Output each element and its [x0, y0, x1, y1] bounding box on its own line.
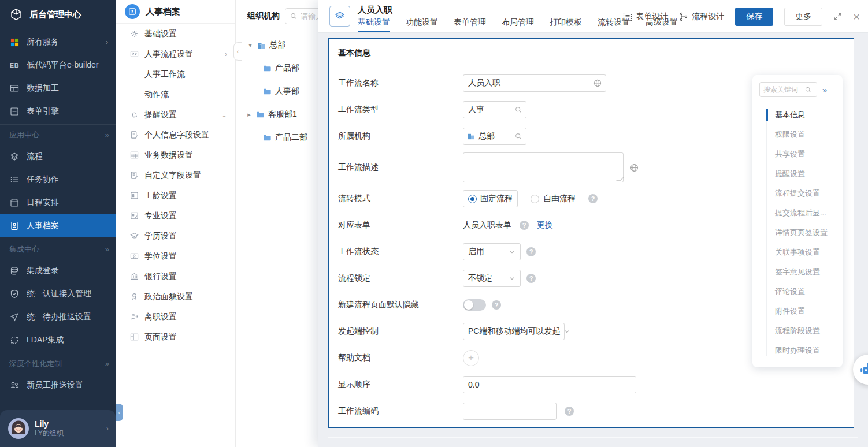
add-help-doc-button[interactable]: + [463, 350, 479, 366]
layout-icon [129, 333, 139, 342]
radio-fixed-flow[interactable]: 固定流程 [463, 190, 518, 207]
tab-function-settings[interactable]: 功能设置 [406, 17, 438, 32]
submenu-item-resignation[interactable]: 离职设置 [116, 307, 235, 327]
tree-node-hq[interactable]: ▾ 总部 [236, 33, 318, 57]
sidebar-item-sso-login[interactable]: 集成登录 [0, 259, 116, 282]
anchor-item-signature[interactable]: 签字意见设置 [759, 262, 843, 282]
field-row-workflow-code: 工作流编码 [338, 398, 844, 424]
org-panel-collapse-handle[interactable]: ‹ [233, 42, 242, 61]
more-button[interactable]: 更多 [784, 8, 822, 26]
app-logo-row[interactable]: 后台管理中心 [0, 0, 116, 27]
help-icon[interactable] [565, 407, 574, 416]
tree-node-product-dept[interactable]: 产品部 [236, 57, 318, 80]
submenu-item-education[interactable]: 学历设置 [116, 226, 235, 246]
anchor-item-detail-tabs[interactable]: 详情页页签设置 [759, 223, 843, 243]
workflow-code-input[interactable] [463, 403, 557, 420]
caret-down-icon[interactable]: ▾ [247, 42, 254, 49]
tree-node-service-dept[interactable]: ▸ 客服部1 [236, 103, 318, 126]
workflow-desc-textarea[interactable] [463, 152, 624, 182]
main-sidebar: 后台管理中心 所有服务 › EB 低代码平台e-builder 数据加工 表单引… [0, 0, 116, 447]
caret-right-icon[interactable]: ▸ [246, 111, 253, 118]
submenu-item-custom-fields[interactable]: 自定义字段设置 [116, 165, 235, 185]
sidebar-item-hr-archive[interactable]: 人事档案 [0, 214, 116, 237]
sidebar-section-deep-customization[interactable]: 深度个性化定制 » [0, 353, 116, 374]
sidebar-item-newhire-push[interactable]: 新员工推送设置 [0, 374, 116, 397]
help-icon[interactable] [526, 274, 536, 283]
sidebar-item-workflow[interactable]: 流程 [0, 145, 116, 168]
sidebar-section-app-center[interactable]: 应用中心 » [0, 124, 116, 145]
anchor-item-share[interactable]: 共享设置 [759, 144, 843, 164]
submenu-item-reminder-settings[interactable]: 提醒设置 ⌄ [116, 105, 235, 125]
double-chevron-right-icon: » [105, 359, 108, 368]
user-card[interactable]: Lily LY的组织 › [0, 410, 116, 447]
anchor-item-comment[interactable]: 评论设置 [759, 282, 843, 301]
help-icon[interactable] [588, 194, 598, 203]
anchor-item-basic-info[interactable]: 基本信息 [759, 105, 843, 125]
submenu-item-bank[interactable]: 银行设置 [116, 266, 235, 286]
sidebar-item-ldap[interactable]: LDAP集成 [0, 329, 116, 352]
tab-print-template[interactable]: 打印模板 [550, 17, 582, 32]
help-icon[interactable] [492, 300, 501, 310]
submenu-item-political-status[interactable]: 政治面貌设置 [116, 286, 235, 307]
help-icon[interactable] [526, 247, 536, 256]
sidebar-section-integration-center[interactable]: 集成中心 » [0, 239, 116, 259]
submenu-item-action-flow[interactable]: 动作流 [116, 84, 235, 105]
close-icon[interactable]: × [853, 11, 860, 23]
sidebar-item-todo-push[interactable]: 统一待办推送设置 [0, 306, 116, 329]
client-control-select[interactable]: PC端和移动端均可以发起 [463, 323, 565, 340]
sidebar-item-data-processing[interactable]: 数据加工 [0, 77, 116, 100]
submenu-item-major[interactable]: 专业设置 [116, 206, 235, 226]
anchor-search-input[interactable] [763, 85, 803, 94]
workflow-status-select[interactable]: 启用 [463, 243, 521, 260]
radio-free-flow[interactable]: 自由流程 [531, 193, 576, 204]
submenu-item-basic-settings[interactable]: 基础设置 [116, 24, 235, 44]
sidebar-item-auth-access[interactable]: 统一认证接入管理 [0, 282, 116, 306]
anchor-item-reminder[interactable]: 提醒设置 [759, 164, 843, 184]
save-button[interactable]: 保存 [735, 8, 773, 26]
sidebar-item-ebuilder[interactable]: EB 低代码平台e-builder [0, 54, 116, 77]
display-order-input[interactable] [463, 376, 636, 393]
submenu-item-hr-process-settings[interactable]: 人事流程设置 › [116, 44, 235, 64]
sidebar-item-task-collab[interactable]: 任务协作 [0, 168, 116, 191]
tab-form-management[interactable]: 表单管理 [454, 17, 486, 32]
anchor-search-box[interactable] [759, 82, 817, 97]
change-form-link[interactable]: 更换 [537, 220, 553, 230]
submenu-item-degree[interactable]: 学位设置 [116, 246, 235, 266]
submenu-item-hr-workflow[interactable]: 人事工作流 [116, 64, 235, 84]
submenu-item-business-data[interactable]: 业务数据设置 [116, 145, 235, 165]
double-chevron-right-icon[interactable]: » [822, 85, 827, 95]
search-icon[interactable] [514, 106, 522, 114]
tab-basic-settings[interactable]: 基础设置 [358, 17, 390, 32]
globe-icon[interactable] [593, 79, 602, 88]
expand-icon[interactable] [833, 12, 842, 21]
tree-node-hr-dept[interactable]: 人事部 [236, 80, 318, 103]
help-icon[interactable] [520, 221, 529, 230]
tab-layout-management[interactable]: 布局管理 [502, 17, 534, 32]
paper-plane-icon [9, 312, 20, 322]
sidebar-item-all-services[interactable]: 所有服务 › [0, 31, 116, 54]
anchor-item-permission[interactable]: 权限设置 [759, 125, 843, 144]
anchor-item-stage[interactable]: 流程阶段设置 [759, 321, 843, 341]
sidebar-item-form-engine[interactable]: 表单引擎 [0, 100, 116, 123]
search-icon[interactable] [514, 132, 522, 140]
submenu-item-page-settings[interactable]: 页面设置 [116, 327, 235, 347]
tree-node-product2-dept[interactable]: 产品二部 [236, 126, 318, 149]
table-icon [129, 151, 139, 160]
workflow-name-input[interactable] [463, 74, 606, 92]
anchor-item-related[interactable]: 关联事项设置 [759, 243, 843, 262]
globe-icon[interactable] [629, 163, 639, 173]
submenu-item-personal-fields[interactable]: 个人信息字段设置 [116, 125, 235, 145]
anchor-item-time-limit[interactable]: 限时办理设置 [759, 341, 843, 360]
flow-design-button[interactable]: 流程设计 [679, 12, 724, 22]
anchor-item-submit[interactable]: 流程提交设置 [759, 184, 843, 203]
flow-lock-select[interactable]: 不锁定 [463, 270, 521, 287]
assistant-robot-button[interactable] [853, 355, 868, 385]
sidebar-item-schedule[interactable]: 日程安排 [0, 191, 116, 214]
sidebar-collapse-handle[interactable]: ‹ [116, 404, 123, 421]
anchor-item-attachment[interactable]: 附件设置 [759, 301, 843, 321]
hide-new-page-toggle[interactable] [463, 299, 486, 311]
submenu-item-seniority[interactable]: 工龄设置 [116, 185, 235, 206]
chevron-right-icon: › [106, 425, 109, 432]
form-design-button[interactable]: 表单设计 [623, 12, 668, 22]
anchor-item-after-submit[interactable]: 提交流程后显... [759, 203, 843, 223]
